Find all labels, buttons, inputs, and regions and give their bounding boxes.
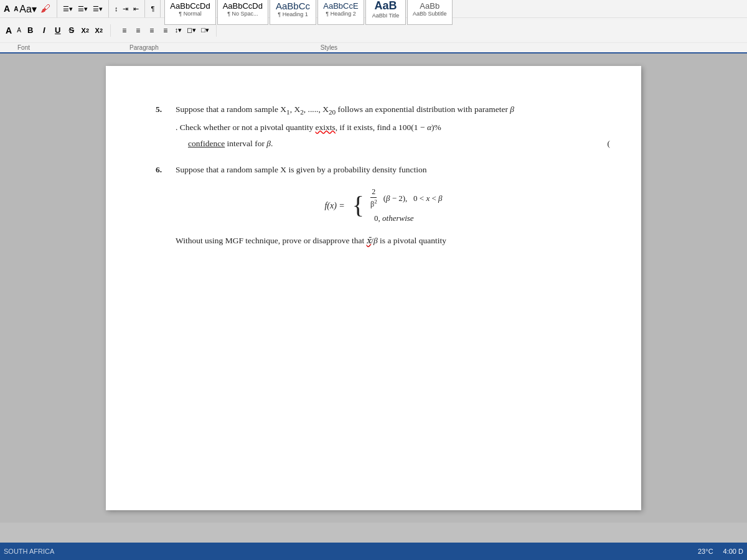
- divider3: [144, 0, 145, 17]
- document-content[interactable]: 5. Suppose that a random sample X1, X2, …: [156, 103, 591, 251]
- frac1: 2 β2: [369, 186, 378, 210]
- bold-btn[interactable]: B: [24, 24, 37, 37]
- style-h1[interactable]: AaBbCc ¶ Heading 1: [270, 0, 316, 25]
- taskbar: SOUTH AFRICA 23°C 4:00 D: [0, 543, 747, 560]
- section-labels: Font Paragraph Styles: [0, 42, 747, 52]
- superscript-btn[interactable]: X2: [93, 24, 105, 37]
- ribbon: A A Aa▾ 🖌 ☰▾ ☰▾ ☰▾ ↕ ⇥ ⇤ ¶ AaBbCcDd ¶ No…: [0, 0, 747, 54]
- style-title-preview: AaB: [374, 0, 397, 12]
- indent-decrease-btn[interactable]: ⇤: [131, 4, 141, 14]
- formula-case1: 2 β2 (β − 2), 0 < x < β: [369, 186, 443, 210]
- style-normal-label: ¶ Normal: [179, 11, 201, 17]
- problem-5: 5. Suppose that a random sample X1, X2, …: [156, 103, 591, 154]
- align-center-btn[interactable]: ≡: [132, 24, 144, 37]
- style-h2-label: ¶ Heading 2: [326, 11, 355, 17]
- style-subtitle-preview: AaBb: [420, 1, 439, 11]
- style-nospace-preview: AaBbCcDd: [223, 1, 263, 11]
- time-indicator: 4:00 D: [723, 548, 743, 555]
- formula-cases: 2 β2 (β − 2), 0 < x < β 0, otherwise: [369, 186, 443, 225]
- ribbon-top-row: A A Aa▾ 🖌 ☰▾ ☰▾ ☰▾ ↕ ⇥ ⇤ ¶ AaBbCcDd ¶ No…: [0, 0, 747, 17]
- formula-lhs: f(x) =: [324, 199, 344, 212]
- borders-btn[interactable]: □▾: [199, 26, 211, 35]
- font-aa: Aa▾: [19, 3, 37, 15]
- frac1-den: β2: [369, 198, 378, 210]
- problem-6-text: Suppose that a random sample X is given …: [176, 164, 591, 251]
- problem-5-line1: Suppose that a random sample X1, X2, ...…: [176, 103, 591, 118]
- font-controls-group: A A B I U S X2 X2: [4, 24, 111, 37]
- divider2: [108, 0, 109, 17]
- font-a-large: A: [4, 4, 10, 14]
- align-justify-btn[interactable]: ≡: [159, 24, 172, 37]
- indent-increase-btn[interactable]: ⇥: [121, 4, 130, 14]
- style-h1-label: ¶ Heading 1: [278, 11, 308, 17]
- multilevel-btn[interactable]: ☰▾: [91, 4, 105, 14]
- frac1-num: 2: [370, 186, 377, 198]
- taskbar-right: 23°C 4:00 D: [698, 548, 743, 555]
- problem-5-line2: . Check whether or not a pivotal quantit…: [176, 121, 591, 134]
- sort-btn[interactable]: ↕: [113, 4, 120, 13]
- strikethrough-btn[interactable]: S: [65, 24, 78, 37]
- problem-6-line1: Suppose that a random sample X is given …: [176, 164, 591, 176]
- problem-5-text: Suppose that a random sample X1, X2, ...…: [176, 103, 591, 154]
- font-label: Font: [5, 44, 30, 51]
- divider1: [57, 0, 57, 17]
- style-nospace-label: ¶ No Spac...: [227, 11, 258, 17]
- paragraph-group: ≡ ≡ ≡ ≡ ↕▾ ◻▾ □▾: [113, 24, 217, 37]
- paragraph-label: Paragraph: [67, 44, 159, 51]
- pilcrow-btn[interactable]: ¶: [149, 4, 156, 13]
- math-formula: f(x) = { 2 β2 (β − 2), 0 < x < β: [176, 186, 591, 225]
- problem-6-line2: Without using MGF technique, prove or di…: [176, 235, 591, 247]
- numbering-btn[interactable]: ☰▾: [76, 4, 90, 14]
- styles-label: Styles: [196, 44, 337, 51]
- problem-6: 6. Suppose that a random sample X is giv…: [156, 164, 591, 251]
- problem-6-number: 6.: [156, 164, 171, 251]
- style-h2-preview: AaBbCcE: [323, 1, 358, 11]
- align-left-btn[interactable]: ≡: [118, 24, 131, 37]
- style-h2[interactable]: AaBbCcE ¶ Heading 2: [317, 0, 364, 25]
- formula-case2: 0, otherwise: [369, 212, 443, 225]
- style-title-label: AaBbI Title: [372, 12, 400, 19]
- left-brace: {: [352, 193, 364, 218]
- style-subtitle-label: AaBb Subtitle: [413, 11, 447, 17]
- font-grow-btn[interactable]: A: [4, 25, 14, 36]
- font-shrink-btn[interactable]: A: [15, 26, 23, 34]
- italic-btn[interactable]: I: [38, 24, 50, 37]
- paint-icon: 🖌: [40, 3, 50, 14]
- problem-5-number: 5.: [156, 103, 171, 154]
- shading-btn[interactable]: ◻▾: [185, 26, 198, 35]
- formula-container: f(x) = { 2 β2 (β − 2), 0 < x < β: [324, 186, 442, 225]
- style-h1-preview: AaBbCc: [276, 1, 310, 11]
- align-right-btn[interactable]: ≡: [146, 24, 158, 37]
- style-normal-preview: AaBbCcDd: [170, 1, 210, 11]
- document-page: 5. Suppose that a random sample X1, X2, …: [106, 66, 641, 510]
- line-spacing-btn[interactable]: ↕▾: [173, 26, 184, 35]
- style-title[interactable]: AaB AaBbI Title: [365, 0, 406, 25]
- temperature: 23°C: [698, 548, 713, 555]
- formula-case1-text: (β − 2), 0 < x < β: [383, 192, 443, 205]
- formula-case2-text: 0, otherwise: [369, 212, 414, 225]
- style-normal[interactable]: AaBbCcDd ¶ Normal: [164, 0, 215, 25]
- subscript-btn[interactable]: X2: [79, 24, 92, 37]
- problem-5-line3: confidence interval for β. (: [176, 138, 591, 150]
- document-area: 5. Suppose that a random sample X1, X2, …: [0, 54, 747, 523]
- divider4: [160, 0, 161, 17]
- style-subtitle[interactable]: AaBb AaBb Subtitle: [407, 0, 453, 25]
- taskbar-label: SOUTH AFRICA: [4, 548, 54, 555]
- bullets-btn[interactable]: ☰▾: [61, 4, 75, 14]
- underline-btn[interactable]: U: [52, 24, 64, 37]
- style-nospace[interactable]: AaBbCcDd ¶ No Spac...: [217, 0, 268, 25]
- font-a-small: A: [14, 6, 18, 12]
